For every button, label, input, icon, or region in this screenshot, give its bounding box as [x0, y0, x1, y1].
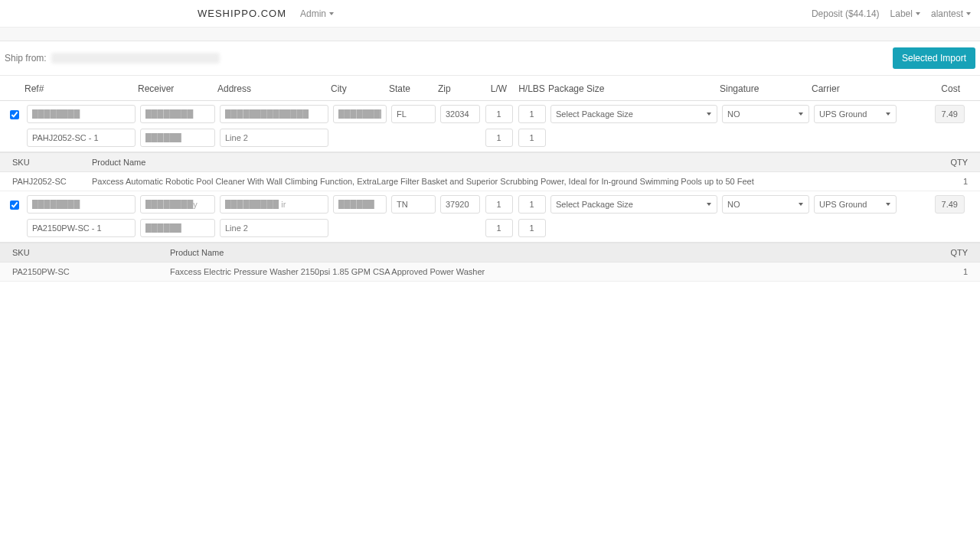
sku-th-sku: SKU	[12, 158, 92, 167]
th-signature: Singature	[720, 83, 812, 94]
sku-row: PAHJ2052-SC Paxcess Automatic Robotic Po…	[0, 172, 980, 191]
order-checkbox[interactable]	[10, 201, 19, 210]
selected-import-button[interactable]: Selected Import	[893, 47, 975, 69]
signature-select[interactable]: NO	[722, 105, 809, 123]
carrier-select[interactable]: UPS Ground	[814, 105, 897, 123]
ref-input[interactable]	[27, 105, 136, 123]
nav-deposit-link[interactable]: Deposit ($44.14)	[812, 8, 880, 19]
th-lw: L/W	[482, 83, 515, 94]
ref2-input[interactable]	[27, 219, 136, 237]
sku-header: SKU Product Name QTY	[0, 243, 980, 262]
order-row-group: Select Package Size NO UPS Ground 7.49	[0, 101, 980, 152]
receiver2-input[interactable]	[140, 129, 215, 147]
zip-input[interactable]	[440, 195, 480, 214]
address-input[interactable]	[220, 105, 328, 123]
order-row-group: Select Package Size NO UPS Ground 7.49	[0, 191, 980, 243]
nav-user-text: alantest	[931, 8, 963, 19]
height-input[interactable]	[518, 105, 546, 123]
th-carrier: Carrier	[812, 83, 899, 94]
nav-admin-label: Admin	[300, 8, 326, 19]
sku-th-qty: QTY	[922, 248, 968, 257]
ref-input[interactable]	[27, 195, 136, 214]
length-input[interactable]	[485, 195, 513, 214]
city-input[interactable]	[333, 195, 387, 214]
address-input[interactable]	[220, 195, 328, 214]
width-input[interactable]	[485, 129, 513, 147]
th-receiver: Receiver	[138, 83, 217, 94]
nav-user-dropdown[interactable]: alantest	[931, 8, 971, 19]
brand-logo[interactable]: WESHIPPO.COM	[198, 8, 286, 19]
orders-table-head: Ref# Receiver Address City State Zip L/W…	[0, 76, 980, 101]
receiver-input[interactable]	[140, 195, 215, 214]
package-size-select[interactable]: Select Package Size	[550, 195, 717, 214]
th-state: State	[389, 83, 438, 94]
address2-input[interactable]	[220, 219, 328, 237]
caret-down-icon	[916, 12, 920, 15]
order-checkbox[interactable]	[10, 110, 19, 119]
signature-select[interactable]: NO	[722, 195, 809, 214]
city-input[interactable]	[333, 105, 387, 123]
lbs-input[interactable]	[518, 129, 546, 147]
th-zip: Zip	[438, 83, 482, 94]
ship-from-label: Ship from:	[5, 53, 47, 64]
carrier-select[interactable]: UPS Ground	[814, 195, 897, 214]
width-input[interactable]	[485, 219, 513, 237]
height-input[interactable]	[518, 195, 546, 214]
th-city: City	[331, 83, 389, 94]
package-size-select[interactable]: Select Package Size	[550, 105, 717, 123]
th-address: Address	[217, 83, 331, 94]
sku-th-name: Product Name	[170, 248, 922, 257]
caret-down-icon	[966, 12, 971, 15]
nav-right: Deposit ($44.14) Label alantest	[801, 8, 971, 19]
sku-cell-name: Paxcess Automatic Robotic Pool Cleaner W…	[92, 177, 922, 186]
nav-label-text: Label	[890, 8, 913, 19]
zip-input[interactable]	[440, 105, 480, 123]
cost-value: 7.49	[935, 195, 965, 214]
receiver-input[interactable]	[140, 105, 215, 123]
sku-th-sku: SKU	[12, 248, 170, 257]
nav-label-dropdown[interactable]: Label	[890, 8, 920, 19]
th-package: Package Size	[548, 83, 720, 94]
caret-down-icon	[329, 12, 334, 15]
sku-cell-name: Faxcess Electric Pressure Washer 2150psi…	[170, 267, 922, 276]
sku-cell-qty: 1	[922, 177, 968, 186]
navbar: WESHIPPO.COM Admin Deposit ($44.14) Labe…	[0, 0, 980, 28]
sku-header: SKU Product Name QTY	[0, 152, 980, 172]
th-ref: Ref#	[24, 83, 138, 94]
receiver2-input[interactable]	[140, 219, 215, 237]
action-row: Ship from: Selected Import	[0, 41, 980, 76]
lbs-input[interactable]	[518, 219, 546, 237]
state-input[interactable]	[391, 105, 436, 123]
ship-from-value-redacted	[51, 53, 220, 64]
sku-th-qty: QTY	[922, 158, 968, 167]
address2-input[interactable]	[220, 129, 328, 147]
sub-bar	[0, 28, 980, 41]
th-cost: Cost	[899, 83, 975, 94]
sku-row: PA2150PW-SC Faxcess Electric Pressure Wa…	[0, 262, 980, 282]
sku-cell-sku: PA2150PW-SC	[12, 267, 170, 276]
sku-cell-sku: PAHJ2052-SC	[12, 177, 92, 186]
state-input[interactable]	[391, 195, 436, 214]
length-input[interactable]	[485, 105, 513, 123]
ref2-input[interactable]	[27, 129, 136, 147]
nav-admin-dropdown[interactable]: Admin	[300, 8, 334, 19]
sku-th-name: Product Name	[92, 158, 922, 167]
th-hlbs: H/LBS	[515, 83, 548, 94]
sku-cell-qty: 1	[922, 267, 968, 276]
cost-value: 7.49	[935, 105, 965, 123]
